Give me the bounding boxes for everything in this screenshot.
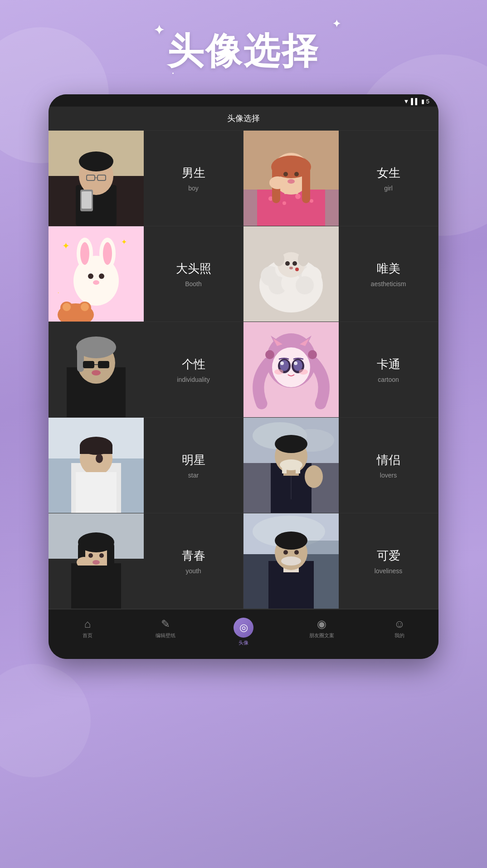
svg-point-4 [79, 151, 113, 171]
svg-rect-91 [76, 472, 117, 513]
svg-point-42 [81, 303, 89, 311]
star-text-cell[interactable]: 明星 star [144, 418, 244, 513]
booth-image-cell[interactable]: ✦ ✦ · [49, 226, 144, 322]
star-image-cell[interactable] [49, 418, 144, 513]
svg-rect-21 [302, 167, 310, 203]
top-bar: 头像选择 [49, 107, 438, 131]
individuality-image-cell[interactable] [49, 322, 144, 417]
svg-point-58 [295, 268, 299, 271]
nav-moments-label: 朋友圈文案 [309, 632, 334, 639]
svg-point-104 [280, 459, 302, 470]
grid-row-1: ✦ ✦ · 大头照 Booth [49, 226, 438, 322]
svg-point-15 [295, 194, 301, 199]
loveliness-image-cell[interactable] [244, 513, 339, 609]
sparkle-icon-1: ✦ [154, 23, 166, 38]
svg-point-128 [275, 532, 307, 550]
nav-avatar-label: 头像 [239, 639, 248, 646]
svg-point-32 [88, 273, 93, 279]
youth-label-cn: 青春 [182, 548, 205, 564]
svg-point-82 [299, 369, 308, 375]
svg-point-115 [99, 553, 104, 558]
boy-image-cell[interactable] [49, 131, 144, 226]
home-icon: ⌂ [84, 618, 91, 630]
grid-row-2: 个性 individuality [49, 322, 438, 418]
svg-point-100 [275, 435, 307, 453]
aestheticism-text-cell[interactable]: 唯美 aestheticism [339, 226, 438, 322]
booth-text-cell[interactable]: 大头照 Booth [144, 226, 244, 322]
svg-point-57 [289, 267, 293, 269]
youth-text-cell[interactable]: 青春 youth [144, 513, 244, 609]
svg-point-116 [93, 560, 100, 565]
svg-point-72 [265, 350, 274, 359]
svg-point-24 [287, 179, 295, 184]
signal-icon: ▌▌ [411, 98, 419, 105]
phone-frame: ▼ ▌▌ ▮ 5 头像选择 [49, 94, 438, 659]
svg-point-79 [280, 361, 284, 365]
svg-point-55 [285, 261, 290, 266]
girl-label-cn: 女生 [377, 165, 400, 181]
grid-row-3: 明星 star [49, 418, 438, 513]
bottom-nav: ⌂ 首页 ✎ 编辑壁纸 ◎ 头像 ◉ 朋友圈文案 ☺ 我的 [49, 609, 438, 659]
individuality-label-en: individuality [177, 376, 209, 383]
svg-point-90 [96, 454, 103, 463]
svg-rect-66 [98, 361, 109, 368]
grid-content: 男生 boy [49, 131, 438, 609]
header-area: ✦ 头像选择 ✦ · [0, 0, 487, 94]
svg-rect-64 [77, 345, 84, 372]
svg-rect-65 [83, 361, 94, 368]
svg-point-14 [282, 201, 286, 205]
girl-text-cell[interactable]: 女生 girl [339, 131, 438, 226]
nav-avatar-active-bg: ◎ [234, 618, 253, 638]
top-bar-title: 头像选择 [227, 114, 260, 123]
time-display: 5 [426, 98, 429, 105]
svg-point-81 [274, 369, 283, 375]
girl-label-en: girl [384, 185, 393, 192]
svg-rect-118 [73, 566, 119, 609]
svg-rect-6 [82, 191, 92, 209]
svg-point-31 [103, 242, 112, 265]
nav-avatar[interactable]: ◎ 头像 [205, 614, 282, 650]
svg-rect-89 [80, 445, 112, 454]
youth-image-cell[interactable] [49, 513, 144, 609]
nav-mine[interactable]: ☺ 我的 [360, 614, 438, 650]
bg-decoration-3 [0, 664, 91, 777]
youth-label-en: youth [185, 567, 201, 575]
nav-home[interactable]: ⌂ 首页 [49, 614, 127, 650]
aestheticism-image-cell[interactable] [244, 226, 339, 322]
cartoon-text-cell[interactable]: 卡通 cartoon [339, 322, 438, 417]
lovers-label-en: lovers [380, 472, 397, 479]
svg-point-74 [272, 347, 310, 387]
cartoon-image-cell[interactable] [244, 322, 339, 417]
page-heading: ✦ 头像选择 ✦ · [167, 27, 320, 76]
svg-point-56 [292, 261, 297, 266]
sparkle-icon-2: ✦ [332, 18, 342, 30]
svg-point-132 [281, 556, 301, 566]
boy-label-cn: 男生 [182, 165, 205, 181]
svg-point-129 [283, 550, 288, 555]
status-icons: ▼ ▌▌ ▮ 5 [403, 98, 429, 105]
lovers-text-cell[interactable]: 情侣 lovers [339, 418, 438, 513]
boy-text-cell[interactable]: 男生 boy [144, 131, 244, 226]
svg-point-53 [273, 252, 284, 266]
individuality-label-cn: 个性 [182, 356, 205, 372]
grid-row-0: 男生 boy [49, 131, 438, 226]
svg-point-114 [88, 553, 93, 558]
aestheticism-label-cn: 唯美 [377, 261, 400, 277]
loveliness-label-en: loveliness [375, 567, 402, 575]
svg-point-16 [310, 199, 313, 203]
svg-point-105 [305, 465, 323, 488]
svg-point-54 [298, 252, 309, 266]
svg-point-51 [296, 276, 314, 294]
girl-image-cell[interactable] [244, 131, 339, 226]
lovers-image-cell[interactable] [244, 418, 339, 513]
nav-wallpaper[interactable]: ✎ 编辑壁纸 [127, 614, 205, 650]
booth-label-en: Booth [185, 280, 202, 288]
individuality-text-cell[interactable]: 个性 individuality [144, 322, 244, 417]
edit-icon: ✎ [161, 618, 170, 630]
wifi-icon: ▼ [403, 98, 409, 105]
moments-icon: ◉ [317, 618, 326, 630]
svg-point-80 [294, 361, 297, 365]
nav-moments[interactable]: ◉ 朋友圈文案 [282, 614, 360, 650]
star-label-en: star [188, 472, 199, 479]
loveliness-text-cell[interactable]: 可爱 loveliness [339, 513, 438, 609]
